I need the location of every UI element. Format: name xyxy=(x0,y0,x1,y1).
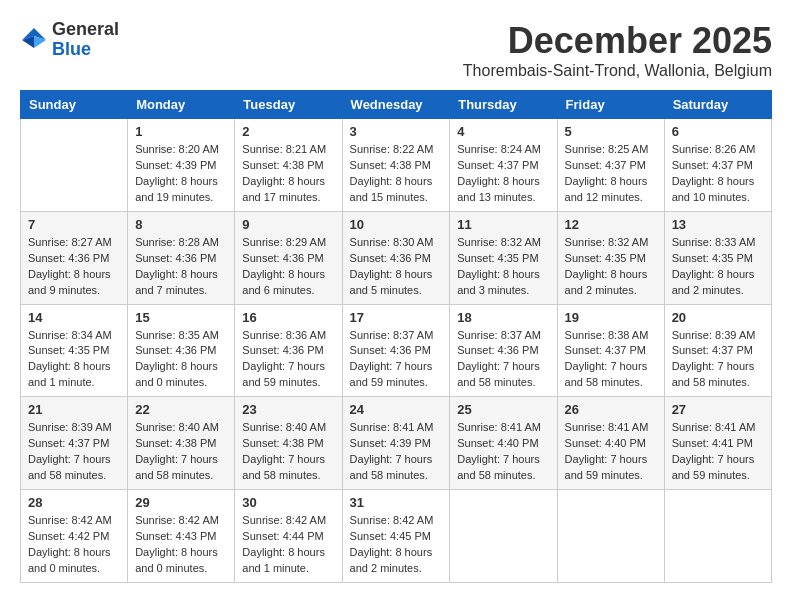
table-row: 6Sunrise: 8:26 AMSunset: 4:37 PMDaylight… xyxy=(664,119,771,212)
day-info: Sunrise: 8:42 AMSunset: 4:44 PMDaylight:… xyxy=(242,513,334,577)
header-friday: Friday xyxy=(557,91,664,119)
day-info: Sunrise: 8:25 AMSunset: 4:37 PMDaylight:… xyxy=(565,142,657,206)
day-number: 20 xyxy=(672,310,764,325)
day-number: 11 xyxy=(457,217,549,232)
day-info: Sunrise: 8:41 AMSunset: 4:40 PMDaylight:… xyxy=(565,420,657,484)
table-row: 27Sunrise: 8:41 AMSunset: 4:41 PMDayligh… xyxy=(664,397,771,490)
day-number: 17 xyxy=(350,310,443,325)
table-row: 18Sunrise: 8:37 AMSunset: 4:36 PMDayligh… xyxy=(450,304,557,397)
table-row: 14Sunrise: 8:34 AMSunset: 4:35 PMDayligh… xyxy=(21,304,128,397)
day-info: Sunrise: 8:41 AMSunset: 4:41 PMDaylight:… xyxy=(672,420,764,484)
day-info: Sunrise: 8:36 AMSunset: 4:36 PMDaylight:… xyxy=(242,328,334,392)
location-title: Thorembais-Saint-Trond, Wallonia, Belgiu… xyxy=(463,62,772,80)
day-number: 16 xyxy=(242,310,334,325)
day-info: Sunrise: 8:28 AMSunset: 4:36 PMDaylight:… xyxy=(135,235,227,299)
day-number: 25 xyxy=(457,402,549,417)
day-info: Sunrise: 8:24 AMSunset: 4:37 PMDaylight:… xyxy=(457,142,549,206)
table-row: 17Sunrise: 8:37 AMSunset: 4:36 PMDayligh… xyxy=(342,304,450,397)
day-info: Sunrise: 8:40 AMSunset: 4:38 PMDaylight:… xyxy=(242,420,334,484)
calendar-week-3: 14Sunrise: 8:34 AMSunset: 4:35 PMDayligh… xyxy=(21,304,772,397)
day-info: Sunrise: 8:29 AMSunset: 4:36 PMDaylight:… xyxy=(242,235,334,299)
day-info: Sunrise: 8:39 AMSunset: 4:37 PMDaylight:… xyxy=(672,328,764,392)
day-info: Sunrise: 8:40 AMSunset: 4:38 PMDaylight:… xyxy=(135,420,227,484)
header-sunday: Sunday xyxy=(21,91,128,119)
day-number: 29 xyxy=(135,495,227,510)
day-number: 6 xyxy=(672,124,764,139)
day-number: 10 xyxy=(350,217,443,232)
header-tuesday: Tuesday xyxy=(235,91,342,119)
calendar-week-5: 28Sunrise: 8:42 AMSunset: 4:42 PMDayligh… xyxy=(21,490,772,583)
header-saturday: Saturday xyxy=(664,91,771,119)
day-info: Sunrise: 8:42 AMSunset: 4:42 PMDaylight:… xyxy=(28,513,120,577)
day-info: Sunrise: 8:32 AMSunset: 4:35 PMDaylight:… xyxy=(565,235,657,299)
table-row: 31Sunrise: 8:42 AMSunset: 4:45 PMDayligh… xyxy=(342,490,450,583)
day-number: 2 xyxy=(242,124,334,139)
table-row: 22Sunrise: 8:40 AMSunset: 4:38 PMDayligh… xyxy=(128,397,235,490)
table-row: 2Sunrise: 8:21 AMSunset: 4:38 PMDaylight… xyxy=(235,119,342,212)
table-row: 1Sunrise: 8:20 AMSunset: 4:39 PMDaylight… xyxy=(128,119,235,212)
table-row: 19Sunrise: 8:38 AMSunset: 4:37 PMDayligh… xyxy=(557,304,664,397)
day-number: 21 xyxy=(28,402,120,417)
title-section: December 2025 Thorembais-Saint-Trond, Wa… xyxy=(463,20,772,80)
day-number: 3 xyxy=(350,124,443,139)
day-info: Sunrise: 8:34 AMSunset: 4:35 PMDaylight:… xyxy=(28,328,120,392)
day-info: Sunrise: 8:37 AMSunset: 4:36 PMDaylight:… xyxy=(457,328,549,392)
day-number: 26 xyxy=(565,402,657,417)
day-number: 8 xyxy=(135,217,227,232)
day-number: 31 xyxy=(350,495,443,510)
logo: General Blue xyxy=(20,20,119,60)
logo-blue: Blue xyxy=(52,40,119,60)
day-number: 5 xyxy=(565,124,657,139)
logo-text: General Blue xyxy=(52,20,119,60)
table-row: 13Sunrise: 8:33 AMSunset: 4:35 PMDayligh… xyxy=(664,211,771,304)
day-number: 9 xyxy=(242,217,334,232)
day-number: 7 xyxy=(28,217,120,232)
table-row xyxy=(557,490,664,583)
calendar-header-row: Sunday Monday Tuesday Wednesday Thursday… xyxy=(21,91,772,119)
header-thursday: Thursday xyxy=(450,91,557,119)
day-number: 27 xyxy=(672,402,764,417)
table-row: 15Sunrise: 8:35 AMSunset: 4:36 PMDayligh… xyxy=(128,304,235,397)
table-row: 7Sunrise: 8:27 AMSunset: 4:36 PMDaylight… xyxy=(21,211,128,304)
table-row: 21Sunrise: 8:39 AMSunset: 4:37 PMDayligh… xyxy=(21,397,128,490)
day-info: Sunrise: 8:32 AMSunset: 4:35 PMDaylight:… xyxy=(457,235,549,299)
day-info: Sunrise: 8:38 AMSunset: 4:37 PMDaylight:… xyxy=(565,328,657,392)
calendar-table: Sunday Monday Tuesday Wednesday Thursday… xyxy=(20,90,772,583)
table-row: 29Sunrise: 8:42 AMSunset: 4:43 PMDayligh… xyxy=(128,490,235,583)
table-row: 23Sunrise: 8:40 AMSunset: 4:38 PMDayligh… xyxy=(235,397,342,490)
day-number: 30 xyxy=(242,495,334,510)
day-info: Sunrise: 8:21 AMSunset: 4:38 PMDaylight:… xyxy=(242,142,334,206)
table-row: 12Sunrise: 8:32 AMSunset: 4:35 PMDayligh… xyxy=(557,211,664,304)
logo-general: General xyxy=(52,20,119,40)
table-row: 20Sunrise: 8:39 AMSunset: 4:37 PMDayligh… xyxy=(664,304,771,397)
day-number: 18 xyxy=(457,310,549,325)
day-number: 13 xyxy=(672,217,764,232)
day-info: Sunrise: 8:35 AMSunset: 4:36 PMDaylight:… xyxy=(135,328,227,392)
header-wednesday: Wednesday xyxy=(342,91,450,119)
day-number: 1 xyxy=(135,124,227,139)
logo-icon xyxy=(20,26,48,54)
page-header: General Blue December 2025 Thorembais-Sa… xyxy=(20,20,772,80)
day-info: Sunrise: 8:42 AMSunset: 4:43 PMDaylight:… xyxy=(135,513,227,577)
day-number: 19 xyxy=(565,310,657,325)
day-info: Sunrise: 8:39 AMSunset: 4:37 PMDaylight:… xyxy=(28,420,120,484)
table-row: 10Sunrise: 8:30 AMSunset: 4:36 PMDayligh… xyxy=(342,211,450,304)
table-row: 8Sunrise: 8:28 AMSunset: 4:36 PMDaylight… xyxy=(128,211,235,304)
day-info: Sunrise: 8:20 AMSunset: 4:39 PMDaylight:… xyxy=(135,142,227,206)
table-row: 4Sunrise: 8:24 AMSunset: 4:37 PMDaylight… xyxy=(450,119,557,212)
day-info: Sunrise: 8:26 AMSunset: 4:37 PMDaylight:… xyxy=(672,142,764,206)
day-info: Sunrise: 8:42 AMSunset: 4:45 PMDaylight:… xyxy=(350,513,443,577)
calendar-week-4: 21Sunrise: 8:39 AMSunset: 4:37 PMDayligh… xyxy=(21,397,772,490)
table-row xyxy=(664,490,771,583)
day-number: 24 xyxy=(350,402,443,417)
calendar-week-2: 7Sunrise: 8:27 AMSunset: 4:36 PMDaylight… xyxy=(21,211,772,304)
day-number: 14 xyxy=(28,310,120,325)
table-row: 11Sunrise: 8:32 AMSunset: 4:35 PMDayligh… xyxy=(450,211,557,304)
day-info: Sunrise: 8:41 AMSunset: 4:40 PMDaylight:… xyxy=(457,420,549,484)
table-row: 28Sunrise: 8:42 AMSunset: 4:42 PMDayligh… xyxy=(21,490,128,583)
day-info: Sunrise: 8:37 AMSunset: 4:36 PMDaylight:… xyxy=(350,328,443,392)
table-row: 26Sunrise: 8:41 AMSunset: 4:40 PMDayligh… xyxy=(557,397,664,490)
day-number: 15 xyxy=(135,310,227,325)
month-title: December 2025 xyxy=(463,20,772,62)
day-info: Sunrise: 8:41 AMSunset: 4:39 PMDaylight:… xyxy=(350,420,443,484)
